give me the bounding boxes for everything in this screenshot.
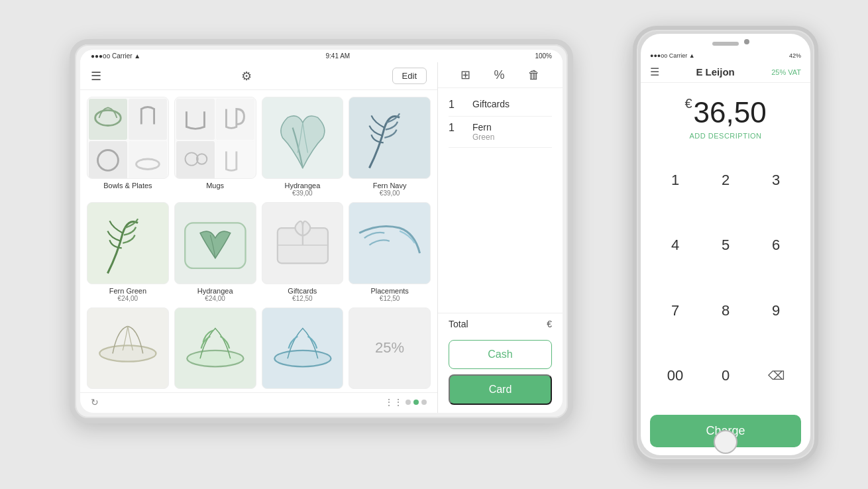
list-view-icon[interactable]: ⋮⋮ — [384, 397, 403, 408]
order-toolbar: ⊞ % 🗑 — [438, 62, 563, 88]
page-dot-3[interactable] — [421, 400, 427, 405]
phone-header: ☰ E Leijon 25% VAT — [641, 62, 810, 83]
tablet-carrier: ●●●oo Carrier ▲ — [91, 52, 140, 60]
svg-point-1 — [98, 150, 119, 170]
product-name-giftcards: Giftcards — [288, 287, 317, 295]
total-row: Total € — [438, 313, 563, 335]
order-item-fern[interactable]: 1 Fern Green — [449, 117, 552, 148]
phone-amount-value: 36,50 — [694, 96, 767, 129]
order-sub-fern: Green — [472, 133, 552, 142]
card-button[interactable]: Card — [449, 374, 552, 405]
numpad-key-1[interactable]: 1 — [650, 148, 700, 213]
phone-vat-badge: 25% VAT — [771, 68, 801, 76]
product-price-hydrangea2: €24,00 — [205, 295, 225, 302]
edit-button[interactable]: Edit — [392, 68, 427, 84]
numpad-key-2[interactable]: 2 — [700, 148, 751, 213]
svg-point-2 — [136, 159, 159, 169]
products-toolbar: ☰ ⚙ Edit — [80, 62, 437, 90]
tablet-status-bar: ●●●oo Carrier ▲ 9:41 AM 100% — [80, 50, 563, 62]
phone-menu-icon[interactable]: ☰ — [650, 66, 659, 78]
order-qty-giftcards: 1 — [449, 99, 464, 111]
product-name-fern-navy: Fern Navy — [373, 182, 407, 190]
numpad-key-5[interactable]: 5 — [700, 213, 751, 278]
order-panel: ⊞ % 🗑 1 Giftcards 1 — [438, 62, 563, 413]
product-tray3[interactable]: Tray €28,50 — [262, 307, 344, 393]
product-name-hydrangea: Hydrangea — [284, 182, 320, 190]
product-price-fern-green: €24,00 — [118, 295, 138, 302]
product-price-giftcards: €12,50 — [292, 295, 313, 302]
product-name-placements: Placements — [370, 287, 408, 295]
order-name-fern: Fern — [472, 122, 552, 133]
total-label: Total — [449, 319, 468, 329]
product-price-placements: €12,50 — [380, 295, 400, 302]
refresh-icon[interactable]: ↻ — [91, 397, 99, 408]
phone-speaker — [712, 42, 739, 46]
order-name-giftcards: Giftcards — [472, 99, 552, 109]
numpad-key-00[interactable]: 00 — [650, 343, 700, 408]
phone-carrier: ●●●oo Carrier ▲ — [650, 52, 695, 59]
order-qty-fern: 1 — [449, 122, 464, 134]
discount-percent: 25% — [375, 339, 404, 356]
numpad-key-9[interactable]: 9 — [751, 278, 801, 343]
cash-button[interactable]: Cash — [449, 340, 552, 369]
total-amount: € — [547, 319, 552, 329]
products-grid: Bowls & Plates — [80, 90, 437, 392]
product-price-hydrangea: €39,00 — [292, 190, 313, 197]
numpad-key-4[interactable]: 4 — [650, 213, 700, 278]
products-panel: ☰ ⚙ Edit — [80, 62, 438, 413]
tablet-time: 9:41 AM — [325, 52, 350, 60]
phone-currency-symbol: € — [684, 96, 692, 111]
product-discount[interactable]: 25% Discount — [349, 307, 431, 393]
numpad-key-0[interactable]: 0 — [700, 343, 751, 408]
product-giftcards[interactable]: Giftcards €12,50 — [262, 202, 344, 302]
svg-point-8 — [187, 350, 243, 366]
tablet-device: ●●●oo Carrier ▲ 9:41 AM 100% ☰ ⚙ Edit — [70, 39, 573, 423]
product-name-bowls: Bowls & Plates — [103, 182, 152, 190]
product-placements[interactable]: Placements €12,50 — [349, 202, 431, 302]
product-hydrangea2[interactable]: Hydrangea €24,00 — [174, 202, 256, 302]
numpad-key-3[interactable]: 3 — [751, 148, 801, 213]
phone-amount: €36,50 — [684, 96, 766, 129]
product-fern-green[interactable]: Fern Green €24,00 — [87, 202, 169, 302]
tablet-battery: 100% — [535, 52, 552, 60]
numpad-key-8[interactable]: 8 — [700, 278, 751, 343]
numpad-key-7[interactable]: 7 — [650, 278, 700, 343]
trash-icon[interactable]: 🗑 — [528, 68, 540, 82]
product-name-hydrangea2: Hydrangea — [197, 287, 233, 295]
product-tray1[interactable]: Tray €28,50 — [87, 307, 169, 393]
product-mugs[interactable]: Mugs — [174, 97, 256, 197]
product-bowls-plates[interactable]: Bowls & Plates — [87, 97, 169, 197]
page-dot-2[interactable] — [413, 400, 419, 405]
products-bottom-bar: ↻ ⋮⋮ — [80, 392, 437, 413]
percent-icon[interactable]: % — [494, 68, 504, 82]
numpad-backspace-key[interactable]: ⌫ — [751, 343, 801, 408]
svg-point-9 — [274, 350, 331, 366]
order-items-list: 1 Giftcards 1 Fern Green — [438, 88, 563, 313]
product-name-mugs: Mugs — [206, 182, 224, 190]
phone-camera — [744, 39, 749, 44]
phone-device: ●●●oo Carrier ▲ 42% ☰ E Leijon 25% VAT €… — [633, 26, 818, 463]
svg-point-7 — [99, 345, 156, 361]
phone-customer-name: E Leijon — [696, 66, 734, 78]
phone-status-bar: ●●●oo Carrier ▲ 42% — [641, 34, 810, 62]
page-dot-1[interactable] — [406, 400, 411, 405]
order-item-giftcards[interactable]: 1 Giftcards — [449, 93, 552, 117]
phone-numpad: 1 2 3 4 5 6 7 8 9 00 0 ⌫ — [641, 145, 810, 411]
product-price-fern-navy: €39,00 — [380, 190, 400, 197]
grid-icon[interactable]: ⊞ — [461, 68, 470, 82]
product-tray2[interactable]: Tray €28,50 — [174, 307, 256, 393]
product-name-fern-green: Fern Green — [109, 287, 146, 295]
pagination-dots: ⋮⋮ — [384, 397, 427, 408]
payment-buttons: Cash Card — [438, 335, 563, 413]
phone-amount-area: €36,50 ADD DESCRIPTION — [641, 83, 810, 145]
hamburger-icon[interactable]: ☰ — [91, 69, 101, 83]
phone-add-description[interactable]: ADD DESCRIPTION — [650, 132, 801, 140]
product-fern-navy[interactable]: Fern Navy €39,00 — [349, 97, 431, 197]
numpad-key-6[interactable]: 6 — [751, 213, 801, 278]
filter-icon[interactable]: ⚙ — [241, 69, 252, 83]
phone-home-button[interactable] — [714, 430, 737, 454]
phone-battery: 42% — [789, 52, 801, 59]
product-hydrangea[interactable]: Hydrangea €39,00 — [262, 97, 344, 197]
